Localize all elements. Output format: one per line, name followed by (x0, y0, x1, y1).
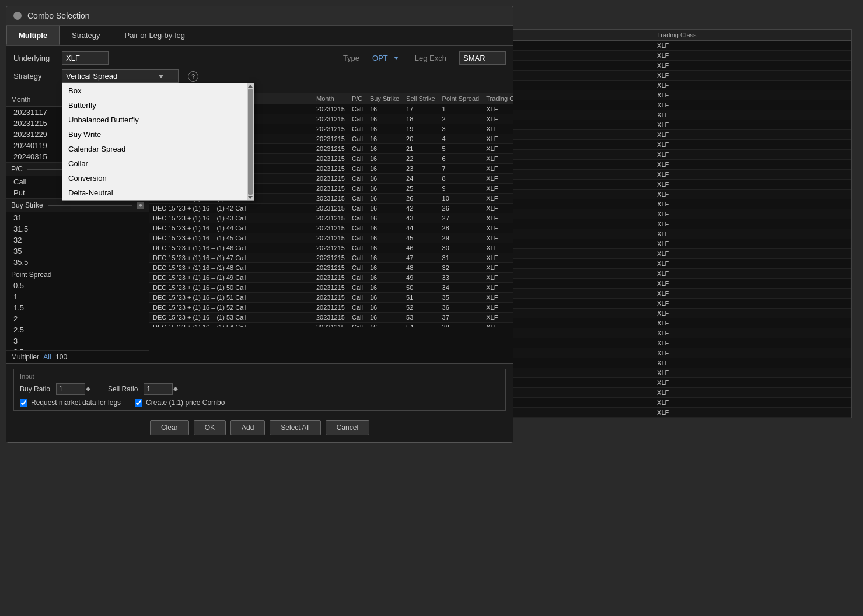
cell-month: 20231215 (313, 164, 348, 174)
scroll-down-arrow[interactable] (248, 196, 253, 199)
buy-strike-item[interactable]: 35.5 (6, 257, 149, 268)
multiplier-all[interactable]: All (43, 353, 51, 361)
cell-sell: 54 (403, 323, 439, 327)
dropdown-item-unbalanced-butterfly[interactable]: Unbalanced Butterfly (62, 113, 254, 127)
pc-label: P/C (11, 165, 23, 173)
point-spread-item[interactable]: 3.5 (6, 346, 149, 350)
cell-desc: DEC 15 '23 + (1) 16 – (1) 47 Call (149, 253, 313, 263)
add-button[interactable]: Add (230, 420, 265, 435)
table-row[interactable]: DEC 15 '23 + (1) 16 – (1) 49 Call 202312… (149, 273, 513, 283)
cell-month: 20231215 (313, 303, 348, 313)
cell-sell: 26 (403, 194, 439, 204)
cell-class: XLF (483, 273, 513, 283)
cell-spread: 31 (439, 253, 483, 263)
table-row[interactable]: DEC 15 '23 + (1) 16 – (1) 47 Call 202312… (149, 253, 513, 263)
cell-spread: 28 (439, 223, 483, 233)
cell-desc: DEC 15 '23 + (1) 16 – (1) 49 Call (149, 273, 313, 283)
table-row[interactable]: DEC 15 '23 + (1) 16 – (1) 42 Call 202312… (149, 204, 513, 214)
dropdown-item-box[interactable]: Box (62, 83, 254, 98)
clear-button[interactable]: Clear (150, 420, 189, 435)
point-spread-item[interactable]: 3 (6, 335, 149, 346)
point-spread-item[interactable]: 1 (6, 291, 149, 302)
table-row[interactable]: DEC 15 '23 + (1) 16 – (1) 51 Call 202312… (149, 293, 513, 303)
buy-ratio-down[interactable] (86, 389, 90, 391)
buy-strike-item[interactable]: 31 (6, 212, 149, 223)
cell-month: 20231215 (313, 293, 348, 303)
point-spread-item[interactable]: 2.5 (6, 324, 149, 335)
right-cell-class: XLF (652, 51, 851, 61)
cell-class: XLF (483, 303, 513, 313)
request-market-data-checkbox[interactable] (20, 399, 27, 407)
cell-buy: 16 (366, 124, 403, 134)
cell-class: XLF (483, 223, 513, 233)
tab-pair-leg[interactable]: Pair or Leg-by-leg (113, 26, 197, 45)
leg-exch-input[interactable] (459, 51, 506, 65)
cell-sell: 19 (403, 124, 439, 134)
right-cell-class: XLF (652, 249, 851, 259)
buy-strike-scroll[interactable] (137, 202, 144, 209)
cancel-button[interactable]: Cancel (326, 420, 369, 435)
dropdown-item-butterfly[interactable]: Butterfly (62, 98, 254, 113)
point-spread-filter-section: Point Spread 0.511.522.533.544.555.56 (6, 268, 149, 351)
right-cell-class: XLF (652, 100, 851, 110)
table-row[interactable]: DEC 15 '23 + (1) 16 – (1) 53 Call 202312… (149, 313, 513, 323)
cell-sell: 46 (403, 243, 439, 253)
dropdown-item-buy-write[interactable]: Buy Write (62, 127, 254, 142)
col-trading-class: Trading Class (483, 93, 513, 104)
close-button[interactable] (13, 12, 22, 20)
select-all-button[interactable]: Select All (270, 420, 320, 435)
cell-month: 20231215 (313, 154, 348, 164)
sell-ratio-label: Sell Ratio (108, 385, 138, 393)
cell-buy: 16 (366, 114, 403, 124)
right-cell-class: XLF (652, 299, 851, 309)
table-row[interactable]: DEC 15 '23 + (1) 16 – (1) 54 Call 202312… (149, 323, 513, 327)
strategy-select[interactable]: Vertical Spread Box Butterfly Unbalanced… (62, 69, 179, 83)
underlying-row: Underlying Type OPT Leg Exch (13, 51, 506, 65)
cell-month: 20231215 (313, 243, 348, 253)
dropdown-item-delta-neutral[interactable]: Delta-Neutral (62, 186, 254, 200)
buy-ratio-input[interactable] (56, 383, 85, 395)
tab-multiple[interactable]: Multiple (6, 26, 60, 45)
cell-sell: 17 (403, 104, 439, 114)
cell-month: 20231215 (313, 114, 348, 124)
strategy-display[interactable]: Vertical Spread (62, 69, 179, 83)
point-spread-item[interactable]: 1.5 (6, 302, 149, 313)
table-row[interactable]: DEC 15 '23 + (1) 16 – (1) 52 Call 202312… (149, 303, 513, 313)
cell-spread: 34 (439, 283, 483, 293)
cell-sell: 53 (403, 313, 439, 323)
cell-pc: Call (348, 184, 366, 194)
point-spread-item[interactable]: 2 (6, 313, 149, 324)
scroll-up-arrow[interactable] (248, 85, 253, 88)
cell-pc: Call (348, 154, 366, 164)
strategy-dropdown-arrow (158, 75, 164, 78)
underlying-input[interactable] (62, 51, 109, 65)
multiplier-row: Multiplier All 100 (6, 351, 149, 363)
table-row[interactable]: DEC 15 '23 + (1) 16 – (1) 43 Call 202312… (149, 214, 513, 223)
create-combo-checkbox[interactable] (135, 399, 142, 407)
table-row[interactable]: DEC 15 '23 + (1) 16 – (1) 50 Call 202312… (149, 283, 513, 293)
dropdown-item-conversion[interactable]: Conversion (62, 171, 254, 186)
buy-strike-item[interactable]: 31.5 (6, 223, 149, 235)
cell-month: 20231215 (313, 194, 348, 204)
cell-buy: 16 (366, 223, 403, 233)
point-spread-item[interactable]: 0.5 (6, 280, 149, 291)
sell-ratio-input[interactable] (144, 383, 173, 395)
table-row[interactable]: DEC 15 '23 + (1) 16 – (1) 48 Call 202312… (149, 263, 513, 273)
right-cell-class: XLF (652, 110, 851, 120)
tab-strategy[interactable]: Strategy (60, 26, 112, 45)
buy-strike-item[interactable]: 32 (6, 235, 149, 246)
buy-ratio-control (56, 383, 90, 395)
sell-ratio-down[interactable] (173, 389, 178, 391)
table-row[interactable]: DEC 15 '23 + (1) 16 – (1) 46 Call 202312… (149, 243, 513, 253)
dropdown-scrollbar[interactable] (247, 83, 254, 200)
cell-spread: 2 (439, 114, 483, 124)
table-row[interactable]: DEC 15 '23 + (1) 16 – (1) 44 Call 202312… (149, 223, 513, 233)
dropdown-item-collar[interactable]: Collar (62, 156, 254, 171)
ok-button[interactable]: OK (194, 420, 226, 435)
dropdown-item-calendar-spread[interactable]: Calendar Spread (62, 142, 254, 156)
help-icon[interactable]: ? (188, 71, 198, 82)
type-dropdown-icon[interactable] (394, 57, 399, 60)
type-value[interactable]: OPT (372, 54, 388, 62)
table-row[interactable]: DEC 15 '23 + (1) 16 – (1) 45 Call 202312… (149, 233, 513, 243)
buy-strike-item[interactable]: 35 (6, 246, 149, 257)
